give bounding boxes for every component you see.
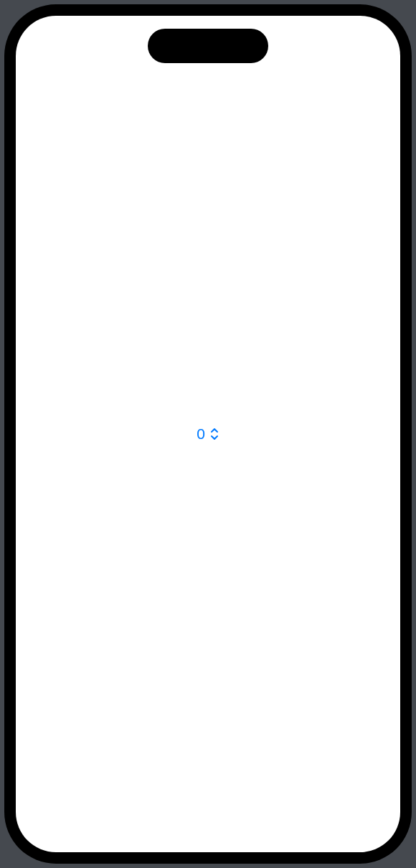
number-picker[interactable]: 0	[197, 425, 219, 443]
chevron-up-down-icon	[209, 428, 219, 440]
picker-value-label: 0	[197, 425, 205, 443]
device-frame: 0	[4, 4, 412, 864]
content-area: 0	[16, 16, 400, 852]
dynamic-island	[148, 29, 268, 63]
screen: 0	[16, 16, 400, 852]
